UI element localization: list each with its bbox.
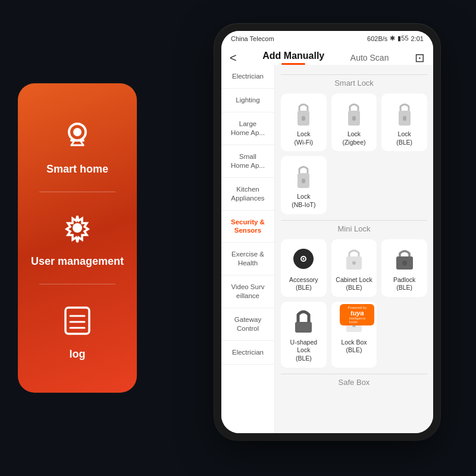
svg-point-24 [402, 261, 407, 265]
sidebar-item-security[interactable]: Security &Sensors [221, 211, 274, 243]
sidebar-item-lighting[interactable]: Lighting [221, 89, 274, 112]
scene: Smart home User management [0, 0, 476, 476]
panel-item-smart-home[interactable]: Smart home [46, 115, 108, 176]
svg-rect-2 [70, 139, 84, 142]
list-icon [57, 300, 98, 342]
lockbox-label: Lock Box(BLE) [341, 339, 367, 355]
content-area: Electrician Lighting LargeHome Ap... Sma… [221, 65, 433, 433]
back-button[interactable]: < [230, 51, 237, 65]
device-lockbox-ble[interactable]: Lock Box(BLE) Powered by tuya Intelligen… [331, 302, 377, 368]
tuya-logo: tuya [350, 309, 364, 317]
safe-box-divider-top [281, 374, 427, 374]
status-bar: China Telecom 602B/s ✱ ▮55 2:01 [221, 31, 433, 46]
mini-lock-title: Mini Lock [281, 224, 427, 233]
svg-rect-14 [352, 116, 356, 121]
lock-ble-icon [394, 99, 415, 127]
padlock-label: Padlock(BLE) [393, 276, 415, 292]
cabinet-ble-icon [343, 245, 365, 273]
bluetooth-icon: ✱ [390, 35, 395, 42]
mini-lock-grid: Accessory(BLE) [281, 239, 427, 368]
sidebar-item-kitchen[interactable]: KitchenAppliances [221, 178, 274, 211]
svg-point-1 [73, 128, 82, 136]
lock-wifi-icon [293, 99, 314, 127]
ushaped-ble-icon [293, 308, 314, 335]
device-lock-nbiot[interactable]: Lock(NB-IoT) [281, 156, 327, 214]
device-accessory-ble[interactable]: Accessory(BLE) [281, 239, 327, 297]
time-display: 2:01 [411, 35, 424, 42]
lock-zigbee-icon [343, 99, 365, 127]
divider-2 [39, 284, 115, 284]
gear-icon [57, 207, 98, 249]
phone-frame: China Telecom 602B/s ✱ ▮55 2:01 < Add Ma… [214, 24, 440, 440]
auto-scan-label[interactable]: Auto Scan [350, 53, 389, 62]
device-lock-wifi[interactable]: Lock(Wi-Fi) [281, 93, 327, 151]
sidebar-item-electrician[interactable]: Electrician [221, 65, 274, 89]
data-speed: 602B/s [367, 35, 387, 42]
log-label: log [70, 347, 86, 361]
device-lock-ble[interactable]: Lock(BLE) [381, 93, 427, 151]
lock-ble-label: Lock(BLE) [396, 130, 412, 146]
svg-point-22 [352, 261, 356, 265]
header-title-area: Add Manually [262, 51, 324, 65]
svg-rect-16 [403, 116, 406, 121]
battery-icon: ▮55 [397, 35, 408, 42]
smart-home-label: Smart home [46, 162, 108, 176]
smart-lock-title: Smart Lock [281, 79, 427, 87]
device-ushaped-ble[interactable]: U-shapedLock(BLE) [281, 302, 327, 368]
sidebar-item-small-home[interactable]: SmallHome Ap... [221, 145, 274, 178]
tuya-badge: Powered by tuya IntelligenceInside [340, 304, 374, 325]
lock-zigbee-label: Lock(Zigbee) [342, 130, 365, 146]
phone-screen: China Telecom 602B/s ✱ ▮55 2:01 < Add Ma… [221, 31, 433, 433]
svg-rect-18 [302, 178, 305, 183]
smart-lock-divider-top [281, 74, 427, 75]
safe-box-title: Safe Box [281, 378, 427, 387]
camera-icon [57, 115, 98, 156]
sidebar-item-large-home[interactable]: LargeHome Ap... [221, 112, 274, 145]
device-cabinet-ble[interactable]: Cabinet Lock(BLE) [331, 239, 377, 297]
ushaped-label: U-shapedLock(BLE) [290, 339, 318, 363]
accessory-ble-icon [293, 245, 314, 273]
main-content-area: Smart Lock [275, 65, 433, 433]
panel-item-user-management[interactable]: User management [31, 207, 124, 268]
user-management-label: User management [31, 255, 124, 268]
svg-rect-7 [65, 308, 89, 334]
scan-icon[interactable]: ⊡ [415, 51, 425, 65]
lock-wifi-label: Lock(Wi-Fi) [295, 130, 313, 146]
device-padlock-ble[interactable]: Padlock(BLE) [381, 239, 427, 297]
app-header: < Add Manually Auto Scan ⊡ [221, 46, 433, 65]
lock-nbiot-label: Lock(NB-IoT) [292, 193, 315, 209]
sidebar-item-gateway[interactable]: GatewayControl [221, 308, 274, 341]
sidebar-item-exercise[interactable]: Exercise &Health [221, 243, 274, 275]
cabinet-label: Cabinet Lock(BLE) [336, 276, 372, 292]
svg-rect-25 [295, 322, 312, 333]
phone-wrapper: China Telecom 602B/s ✱ ▮55 2:01 < Add Ma… [214, 24, 464, 452]
left-panel: Smart home User management [18, 83, 137, 393]
status-right: 602B/s ✱ ▮55 2:01 [367, 35, 424, 42]
lock-nbiot-icon [293, 162, 314, 189]
sidebar-item-video[interactable]: Video Surveillance [221, 275, 274, 308]
tuya-subtitle: IntelligenceInside [349, 317, 365, 324]
padlock-ble-icon [394, 245, 415, 273]
svg-rect-12 [302, 116, 305, 121]
sidebar-item-electrician2[interactable]: Electrician [221, 341, 274, 365]
accessory-label: Accessory(BLE) [289, 276, 318, 292]
svg-point-6 [73, 223, 82, 233]
panel-item-log[interactable]: log [57, 300, 98, 361]
svg-point-20 [303, 258, 305, 259]
header-title: Add Manually [262, 51, 324, 61]
smart-lock-grid: Lock(Wi-Fi) [281, 93, 427, 214]
tuya-powered-by: Powered by [347, 306, 367, 309]
mini-lock-divider-top [281, 220, 427, 221]
device-lock-zigbee[interactable]: Lock(Zigbee) [331, 93, 377, 151]
divider-1 [39, 192, 115, 192]
category-sidebar: Electrician Lighting LargeHome Ap... Sma… [221, 65, 275, 433]
carrier-label: China Telecom [231, 35, 274, 42]
